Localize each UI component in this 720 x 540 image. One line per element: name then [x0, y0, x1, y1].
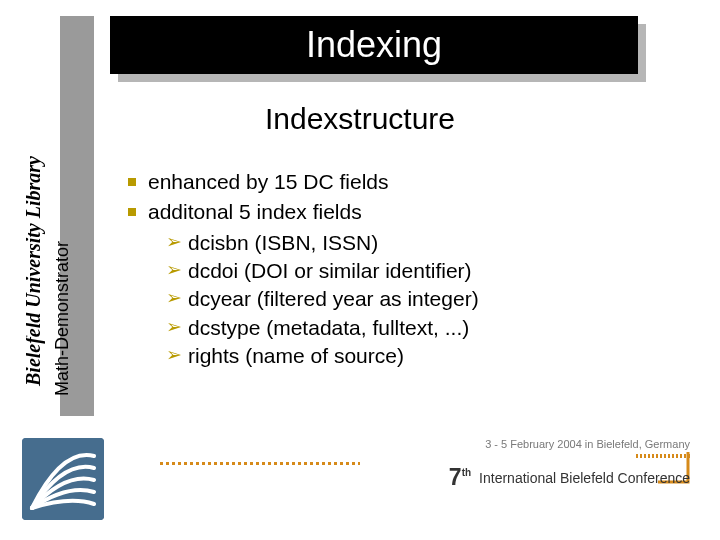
project-vertical-label: Math-Demonstrator — [52, 156, 73, 396]
slide-subtitle: Indexstructure — [0, 102, 720, 136]
sub-bullet-item: ➢ dcisbn (ISBN, ISSN) — [166, 229, 668, 257]
footer: 3 - 5 February 2004 in Bielefeld, German… — [0, 432, 720, 540]
slide-title: Indexing — [306, 24, 442, 66]
sub-bullet-text: dcdoi (DOI or similar identifier) — [188, 257, 472, 285]
bullet-square-icon — [128, 178, 136, 186]
ordinal-suffix: th — [462, 467, 471, 478]
slide: Bielefeld University Library Math-Demons… — [0, 0, 720, 540]
title-bar: Indexing — [110, 16, 638, 74]
conference-ordinal: 7th — [449, 464, 471, 491]
conference-name: International Bielefeld Conference — [479, 470, 690, 486]
bullet-text: additonal 5 index fields — [148, 198, 362, 226]
sub-bullet-text: dcstype (metadata, fulltext, ...) — [188, 314, 469, 342]
ordinal-number: 7 — [449, 464, 462, 490]
arrow-icon: ➢ — [166, 285, 182, 311]
bullet-item: enhanced by 15 DC fields — [128, 168, 668, 196]
arrow-icon: ➢ — [166, 314, 182, 340]
bullet-square-icon — [128, 208, 136, 216]
sub-bullet-item: ➢ dcyear (filtered year as integer) — [166, 285, 668, 313]
bullet-text: enhanced by 15 DC fields — [148, 168, 389, 196]
bullet-item: additonal 5 index fields — [128, 198, 668, 226]
institution-text: Bielefeld University Library — [26, 156, 45, 387]
sub-bullet-item: ➢ dcstype (metadata, fulltext, ...) — [166, 314, 668, 342]
footer-date: 3 - 5 February 2004 in Bielefeld, German… — [330, 438, 690, 450]
arrow-icon: ➢ — [166, 257, 182, 283]
content-area: enhanced by 15 DC fields additonal 5 ind… — [128, 168, 668, 370]
sub-bullet-item: ➢ rights (name of source) — [166, 342, 668, 370]
sub-bullet-text: dcisbn (ISBN, ISSN) — [188, 229, 378, 257]
sub-bullet-text: dcyear (filtered year as integer) — [188, 285, 479, 313]
footer-right: 3 - 5 February 2004 in Bielefeld, German… — [330, 438, 690, 528]
conference-line: 7th International Bielefeld Conference — [330, 464, 690, 491]
sub-bullet-text: rights (name of source) — [188, 342, 404, 370]
decorative-dots-small — [634, 454, 690, 458]
institution-logo — [22, 438, 104, 520]
sub-bullet-list: ➢ dcisbn (ISBN, ISSN) ➢ dcdoi (DOI or si… — [166, 229, 668, 371]
arrow-icon: ➢ — [166, 229, 182, 255]
arrow-icon: ➢ — [166, 342, 182, 368]
sub-bullet-item: ➢ dcdoi (DOI or similar identifier) — [166, 257, 668, 285]
